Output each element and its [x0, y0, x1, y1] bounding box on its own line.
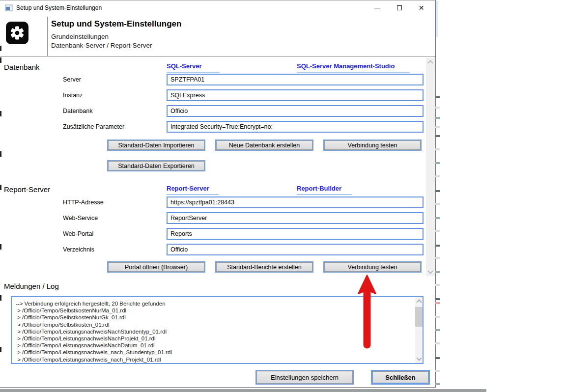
db-verbindung-testen-button[interactable]: Verbindung testen [323, 140, 422, 151]
edge-tick [435, 175, 440, 177]
rs-verbindung-testen-button[interactable]: Verbindung testen [323, 261, 422, 273]
edge-tick [0, 57, 1, 63]
edge-tick [0, 295, 1, 301]
standard-berichte-erstellen-button[interactable]: Standard-Berichte erstellen [215, 261, 313, 273]
log-content: --> Verbindung erfolgreich hergestellt, … [12, 297, 415, 363]
edge-tick [435, 383, 440, 385]
log-line: --> Verbindung erfolgreich hergestellt, … [16, 300, 413, 307]
log-scroll-up-icon[interactable] [416, 299, 422, 305]
edge-tick [0, 244, 1, 250]
main-scrollbar[interactable] [426, 58, 435, 276]
app-window-icon [5, 4, 13, 12]
title-bar[interactable]: Setup und System-Einstellungen ✕ [0, 0, 435, 15]
setup-settings-window: Setup und System-Einstellungen ✕ S [0, 0, 436, 388]
dialog-header: Setup und System-Einstellungen Grundeins… [0, 15, 435, 57]
label-zusaetzliche-parameter: Zusätzliche Parameter [63, 123, 124, 130]
edge-tick [435, 302, 440, 304]
minimize-button[interactable] [366, 0, 388, 15]
label-web-service: Web-Service [63, 215, 98, 222]
background-window-sliver [436, 1, 438, 37]
section-label-datenbank: Datenbank [4, 63, 40, 71]
maximize-icon [397, 5, 402, 10]
edge-tick [0, 111, 1, 116]
edge-tick [435, 342, 440, 344]
label-instanz: Instanz [63, 92, 83, 99]
web-portal-input[interactable] [167, 228, 424, 240]
edge-tick [435, 245, 440, 247]
server-input[interactable] [167, 74, 424, 85]
page-title: Setup und System-Einstellungen [51, 19, 181, 29]
datenbank-input[interactable] [167, 105, 424, 117]
log-line: > /Officio/Tempo/Selbstkosten_01.rdl [16, 321, 413, 328]
log-line: > /Officio/Tempo/LeistungsnachweisNachSt… [16, 328, 413, 335]
log-scrollbar[interactable] [415, 297, 423, 363]
edge-tick [435, 357, 440, 359]
link-report-builder[interactable]: Report-Builder [297, 185, 352, 195]
edge-tick [435, 217, 440, 219]
log-line: > /Officio/Tempo/Leistungsnachweis_nach_… [16, 356, 413, 363]
section-label-meldungen-log: Meldungen / Log [4, 282, 59, 290]
schliessen-button[interactable]: Schließen [371, 370, 430, 385]
gear-icon [6, 22, 28, 44]
header-divider [47, 17, 48, 56]
http-adresse-input[interactable] [167, 196, 424, 208]
edge-tick [0, 185, 1, 190]
edge-tick [435, 298, 440, 300]
link-sql-server[interactable]: SQL-Server [167, 62, 220, 73]
log-line: > /Officio/Tempo/LeistungsnachweisNachPr… [16, 335, 413, 342]
edge-tick [435, 135, 440, 137]
log-scrollbar-thumb[interactable] [415, 307, 423, 327]
einstellungen-speichern-button[interactable]: Einstellungen speichern [255, 370, 354, 385]
page-subtitle-2: Datenbank-Server / Report-Server [51, 42, 152, 49]
log-textbox[interactable]: --> Verbindung erfolgreich hergestellt, … [11, 296, 424, 364]
link-report-server[interactable]: Report-Server [167, 185, 219, 195]
label-web-portal: Web-Portal [63, 230, 93, 237]
portal-oeffnen-button[interactable]: Portal öffnen (Browser) [107, 261, 205, 273]
edge-tick [435, 329, 440, 331]
edge-tick [435, 230, 440, 232]
edge-tick [0, 151, 1, 157]
edge-tick [435, 148, 440, 150]
web-service-input[interactable] [167, 212, 424, 224]
link-sql-server-management-studio[interactable]: SQL-Server Management-Studio [297, 62, 410, 73]
edge-tick [435, 203, 440, 205]
log-line: > /Officio/Tempo/LeistungsnachweisNachDa… [16, 342, 413, 349]
edge-tick [435, 370, 440, 372]
edge-tick [0, 347, 1, 352]
log-scroll-down-icon[interactable] [416, 355, 422, 361]
scroll-down-icon[interactable] [427, 268, 433, 274]
edge-tick [435, 107, 440, 109]
edge-tick [435, 271, 440, 273]
background-bottom-bar [0, 389, 486, 392]
standard-daten-importieren-button[interactable]: Standard-Daten Importieren [107, 140, 205, 151]
instanz-input[interactable] [167, 89, 424, 101]
zusaetzliche-parameter-input[interactable] [167, 121, 424, 133]
edge-tick [435, 284, 440, 286]
edge-tick [0, 46, 1, 51]
edge-tick [435, 190, 440, 192]
section-label-report-server: Report-Server [4, 185, 50, 194]
edge-tick [435, 162, 440, 164]
label-verzeichnis: Verzeichnis [63, 246, 94, 253]
edge-tick [435, 257, 440, 259]
close-button[interactable]: ✕ [410, 0, 432, 15]
standard-daten-exportieren-button[interactable]: Standard-Daten Exportieren [107, 160, 205, 171]
neue-datenbank-erstellen-button[interactable]: Neue Datenbank erstellen [215, 140, 313, 151]
maximize-button[interactable] [388, 0, 410, 15]
close-icon: ✕ [419, 4, 424, 12]
scroll-up-icon[interactable] [427, 60, 433, 65]
log-line: > /Officio/Tempo/SelbstkostenNurMa_01.rd… [16, 307, 413, 314]
edge-tick [435, 96, 440, 98]
edge-tick [435, 316, 440, 318]
label-datenbank: Datenbank [63, 108, 92, 114]
label-http-adresse: HTTP-Adresse [63, 199, 104, 206]
edge-tick [435, 117, 440, 119]
minimize-icon [374, 8, 380, 8]
log-line: > /Officio/Tempo/SelbstkostenNurGk_01.rd… [16, 314, 413, 321]
verzeichnis-input[interactable] [167, 244, 424, 255]
log-line: > /Officio/Tempo/Leistungsnachweis_nach_… [16, 349, 413, 356]
page-subtitle-1: Grundeinstellungen [51, 33, 109, 40]
window-title: Setup und System-Einstellungen [16, 4, 102, 11]
screen: Setup und System-Einstellungen ✕ S [0, 0, 566, 392]
edge-tick [435, 126, 440, 128]
